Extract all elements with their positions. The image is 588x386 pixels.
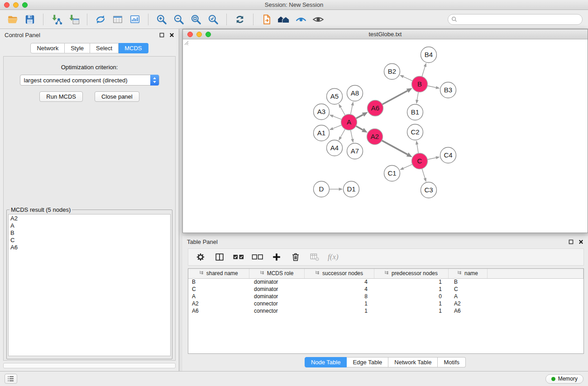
edge-C-C3[interactable] xyxy=(422,169,426,182)
table-row[interactable]: Adominator80A xyxy=(188,293,583,300)
node-C2[interactable]: C2 xyxy=(407,124,423,140)
node-C1[interactable]: C1 xyxy=(384,166,400,181)
open-session-button[interactable] xyxy=(5,12,21,27)
show-columns-button[interactable] xyxy=(212,250,227,264)
tab-select[interactable]: Select xyxy=(90,43,119,53)
deselect-all-button[interactable] xyxy=(250,250,265,264)
close-panel-button[interactable] xyxy=(169,33,174,38)
node-B3[interactable]: B3 xyxy=(440,82,456,98)
network-zoom-button[interactable] xyxy=(206,32,211,37)
mcds-result-item[interactable]: A xyxy=(10,222,168,229)
save-session-button[interactable] xyxy=(22,12,38,27)
edge-C-C1[interactable] xyxy=(400,164,412,170)
add-column-button[interactable] xyxy=(269,250,284,264)
edge-A-A8[interactable] xyxy=(350,101,354,114)
node-A6[interactable]: A6 xyxy=(368,100,383,116)
edge-C-C2[interactable] xyxy=(416,140,418,153)
node-A7[interactable]: A7 xyxy=(347,143,363,159)
table-tab-edge-table[interactable]: Edge Table xyxy=(347,357,388,367)
apply-layout-button[interactable] xyxy=(232,12,248,27)
float-table-panel-button[interactable] xyxy=(569,239,574,244)
column-header-successor-nodes[interactable]: successor nodes xyxy=(304,269,374,278)
node-B4[interactable]: B4 xyxy=(421,47,437,63)
node-A3[interactable]: A3 xyxy=(314,104,330,120)
node-B[interactable]: B xyxy=(412,76,428,92)
tab-mcds[interactable]: MCDS xyxy=(119,43,148,53)
node-C4[interactable]: C4 xyxy=(440,148,456,163)
edge-A-A1[interactable] xyxy=(329,125,341,130)
node-C[interactable]: C xyxy=(412,153,428,169)
node-A4[interactable]: A4 xyxy=(327,140,343,156)
toggle-graphics-details-button[interactable] xyxy=(293,12,309,27)
table-tab-node-table[interactable]: Node Table xyxy=(305,357,347,367)
float-panel-button[interactable] xyxy=(159,33,164,38)
export-image-button[interactable] xyxy=(127,12,143,27)
edge-A-A4[interactable] xyxy=(339,129,345,141)
zoom-fit-button[interactable] xyxy=(188,12,204,27)
node-D[interactable]: D xyxy=(314,181,330,197)
close-table-panel-button[interactable] xyxy=(578,239,583,244)
import-network-button[interactable] xyxy=(48,12,65,27)
node-A1[interactable]: A1 xyxy=(314,125,330,141)
edge-B-B4[interactable] xyxy=(422,63,426,77)
home-button[interactable] xyxy=(276,12,292,27)
node-A[interactable]: A xyxy=(341,114,357,130)
import-table-button[interactable] xyxy=(66,12,82,27)
import-public-network-button[interactable] xyxy=(92,12,109,27)
table-row[interactable]: Cdominator41C xyxy=(188,286,583,293)
network-close-button[interactable] xyxy=(187,32,193,37)
table-settings-button[interactable] xyxy=(193,250,208,264)
function-builder-button[interactable]: f(x) xyxy=(326,250,340,264)
edge-A-A3[interactable] xyxy=(329,115,341,119)
minimize-window-button[interactable] xyxy=(13,2,19,8)
edge-D-D1[interactable] xyxy=(330,188,343,191)
network-canvas[interactable]: B4B2BB3A5A8A6B1A3AC2A1A2A4A7C4CC1C3DD1 xyxy=(183,39,588,233)
edge-A-A6[interactable] xyxy=(356,112,368,119)
edge-A-A7[interactable] xyxy=(350,130,354,143)
mcds-result-item[interactable]: B xyxy=(10,229,168,237)
table-tab-network-table[interactable]: Network Table xyxy=(388,357,438,367)
edge-B-B3[interactable] xyxy=(427,86,440,89)
node-C3[interactable]: C3 xyxy=(421,182,437,198)
close-window-button[interactable] xyxy=(4,2,10,8)
edge-C-C4[interactable] xyxy=(427,156,440,159)
edge-A2-C[interactable] xyxy=(382,140,412,157)
run-mcds-button[interactable]: Run MCDS xyxy=(39,91,83,102)
column-header-name[interactable]: name xyxy=(448,269,487,278)
mcds-result-item[interactable]: C xyxy=(10,237,168,244)
node-D1[interactable]: D1 xyxy=(344,181,359,197)
table-row[interactable]: A6connector11A6 xyxy=(188,307,583,315)
edge-A6-B[interactable] xyxy=(382,88,412,105)
edge-A-A2[interactable] xyxy=(356,126,368,133)
collapsed-panel-strip[interactable] xyxy=(3,363,176,368)
edge-B-B2[interactable] xyxy=(400,75,412,81)
tab-style[interactable]: Style xyxy=(65,43,90,53)
edge-A-A5[interactable] xyxy=(339,104,345,115)
memory-button[interactable]: Memory xyxy=(545,374,583,384)
edge-B-B1[interactable] xyxy=(416,92,418,104)
zoom-window-button[interactable] xyxy=(22,2,28,8)
node-A8[interactable]: A8 xyxy=(347,86,363,101)
column-header-MCDS-role[interactable]: MCDS role xyxy=(249,269,304,278)
node-B2[interactable]: B2 xyxy=(384,64,400,80)
show-hide-button[interactable] xyxy=(310,12,326,27)
column-header-predecessor-nodes[interactable]: predecessor nodes xyxy=(374,269,448,278)
zoom-in-button[interactable] xyxy=(153,12,170,27)
network-minimize-button[interactable] xyxy=(196,32,202,37)
tab-network[interactable]: Network xyxy=(30,43,65,53)
node-A2[interactable]: A2 xyxy=(367,129,383,145)
open-recent-file-button[interactable] xyxy=(258,12,275,27)
resize-grip-icon[interactable] xyxy=(183,39,189,45)
zoom-out-button[interactable] xyxy=(171,12,187,27)
table-tab-motifs[interactable]: Motifs xyxy=(438,357,466,367)
table-row[interactable]: Bdominator41B xyxy=(188,278,583,286)
close-panel-action-button[interactable]: Close panel xyxy=(95,91,139,102)
node-B1[interactable]: B1 xyxy=(407,105,423,120)
zoom-selected-button[interactable] xyxy=(205,12,221,27)
network-graph[interactable]: B4B2BB3A5A8A6B1A3AC2A1A2A4A7C4CC1C3DD1 xyxy=(183,39,588,233)
select-all-button[interactable] xyxy=(231,250,246,264)
search-input[interactable] xyxy=(448,14,583,25)
mcds-result-item[interactable]: A2 xyxy=(10,215,168,222)
show-panels-button[interactable] xyxy=(5,374,17,384)
new-network-table-button[interactable] xyxy=(110,12,126,27)
